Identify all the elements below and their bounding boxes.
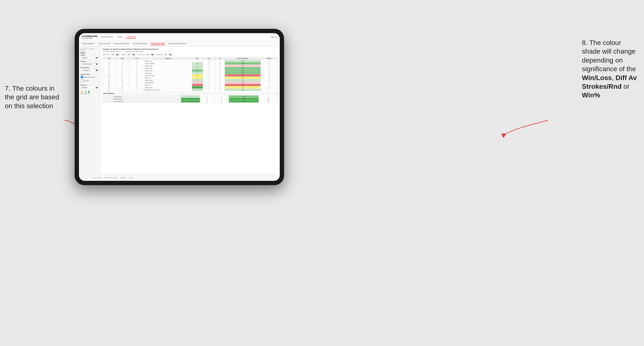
cell-rounds: 2 bbox=[260, 74, 278, 77]
subnav-player-summary[interactable]: PLAYER SUMMARY bbox=[133, 42, 147, 45]
cell-diff: 4.00 bbox=[225, 62, 261, 65]
legend-label-up: Up bbox=[88, 93, 90, 95]
table-row: 6 3 3 Sydney Kuo 1 0 0 -1.00 bbox=[103, 65, 278, 67]
main-content: Last Updated: 27/03/2024 16:55:38 Player… bbox=[79, 47, 280, 174]
cell-win: 5 bbox=[181, 100, 200, 103]
cell-win: 1 bbox=[192, 62, 203, 65]
filter-region-select[interactable]: (All) bbox=[126, 53, 136, 56]
cell-diff: -0.94 bbox=[225, 82, 261, 84]
table-header-row: # Div # Reg # Conf Opponent Win Loss Tie… bbox=[103, 57, 278, 60]
subnav-team-h2h-heatmap[interactable]: TEAM H2H HEATMAP bbox=[114, 42, 130, 45]
grid-subtitle: Overall Record: 353 - 34 - 6 Division Re… bbox=[102, 51, 278, 52]
radio-top100[interactable]: Top 100 bbox=[80, 79, 99, 82]
cell-win: 4 bbox=[192, 86, 203, 89]
cell-div: 20 bbox=[103, 86, 116, 89]
cell-conf: 4 bbox=[129, 77, 144, 79]
radio-opponents-played[interactable]: Opponents Played bbox=[80, 75, 99, 79]
subnav-team-summary[interactable]: TEAM SUMMARY bbox=[82, 42, 94, 45]
annotation-left-line3: on this selection bbox=[5, 102, 53, 110]
cell-div: 5 bbox=[103, 62, 116, 65]
table-row: 9 1 4 Sharon Mun 1 0 0 3.67 3 bbox=[103, 67, 278, 69]
cell-win: 1 bbox=[192, 74, 203, 77]
table-row: 15 8 5 Stella Cheng 1 0 0 1.25 4 bbox=[103, 79, 278, 82]
cell-conf: 2 bbox=[129, 72, 144, 74]
cell-diff: 1.33 bbox=[225, 89, 261, 91]
filter-conference-select[interactable]: (All) bbox=[145, 53, 154, 56]
colour-by-select[interactable]: Win/loss bbox=[80, 86, 99, 89]
subnav-team-h2h-grid[interactable]: TEAM H2H GRID bbox=[98, 42, 110, 45]
table-row: NAIA Division 1 15 0 0 9.267 30 bbox=[103, 98, 278, 100]
annotation-left-line1: 7. The colours in bbox=[5, 85, 55, 92]
cell-label: Foreign Team bbox=[113, 95, 181, 98]
cell-win: 2 bbox=[192, 89, 203, 91]
cell-reg: 11 bbox=[115, 86, 129, 89]
gender-select[interactable]: Women's bbox=[80, 56, 99, 59]
content-area: Katelyn Vo Head-to-Head Grid for Women's… bbox=[101, 47, 280, 174]
tablet-frame: SCOREBOARD Powered by clippd TOURNAMENTS… bbox=[75, 29, 284, 185]
cell-reg: 3 bbox=[115, 65, 129, 67]
nav-sign-out[interactable]: Sign out bbox=[270, 36, 277, 38]
cell-tie: 0 bbox=[215, 65, 224, 67]
division-label: Division bbox=[80, 61, 99, 62]
cell-loss: 1 bbox=[203, 86, 215, 89]
toolbar-redo[interactable]: ↪ bbox=[86, 176, 88, 179]
table-row: 5 2 2 Alexis Sudjianto 1 0 0 4.00 3 bbox=[103, 62, 278, 65]
cell-diff: 0.30 bbox=[225, 86, 261, 89]
toolbar-save-custom[interactable]: Save Custom View bbox=[104, 176, 118, 179]
cell-div: 13 bbox=[103, 74, 116, 77]
toolbar-share[interactable]: Share bbox=[128, 176, 134, 179]
overall-record: Overall Record: 353 - 34 - 6 bbox=[102, 51, 120, 52]
data-table: # Div # Reg # Conf Opponent Win Loss Tie… bbox=[102, 57, 278, 91]
nav-teams[interactable]: TEAMS bbox=[117, 36, 122, 38]
cell-win: 1 bbox=[192, 82, 203, 84]
table-row: 10 6 3 Andrea York 2 0 0 4.00 4 bbox=[103, 69, 278, 72]
cell-tie: 0 bbox=[214, 100, 229, 103]
toolbar-watch[interactable]: Watch ▾ bbox=[120, 176, 127, 179]
cell-conf: 2 bbox=[129, 62, 144, 65]
subnav-player-h2h-heatmap[interactable]: PLAYER H2H HEATMAP bbox=[168, 42, 186, 45]
toolbar: ↩ ↪ View: Original Save Custom View Watc… bbox=[79, 174, 280, 181]
annotation-right: 8. The colour shade will change dependin… bbox=[582, 38, 637, 100]
table-row: 11 11 2 Heejo Hyun 1 0 0 3.33 3 bbox=[103, 72, 278, 74]
nav-tournaments[interactable]: TOURNAMENTS bbox=[100, 36, 114, 38]
division-select[interactable]: NCAA Division III bbox=[80, 62, 99, 65]
cell-tie: 0 bbox=[215, 62, 224, 65]
nav-bar: SCOREBOARD Powered by clippd TOURNAMENTS… bbox=[79, 33, 280, 41]
th-rounds: Rounds bbox=[260, 57, 278, 60]
cell-win: 1 bbox=[192, 60, 203, 62]
sub-nav: TEAM SUMMARY TEAM H2H GRID TEAM H2H HEAT… bbox=[79, 41, 280, 47]
out-of-division-table: Foreign Team 1 0 0 4.500 2 NAIA Division… bbox=[102, 95, 278, 103]
cell-opponent: Jessica Huang bbox=[144, 74, 192, 77]
cell-rounds: 4 bbox=[260, 69, 278, 72]
player-section-title: Player bbox=[80, 52, 99, 54]
filter-opponents-label: Opponents: bbox=[102, 54, 109, 55]
cell-tie: 0 bbox=[215, 69, 224, 72]
cell-empty bbox=[103, 95, 113, 98]
toolbar-view-original[interactable]: View: Original bbox=[92, 176, 102, 179]
filter-opponent-select[interactable]: (All) bbox=[163, 53, 172, 56]
player-rank-select[interactable]: 8. Katelyn Vo bbox=[80, 69, 99, 72]
subnav-player-h2h-grid[interactable]: PLAYER H2H GRID bbox=[151, 42, 165, 45]
cell-rounds: 30 bbox=[259, 98, 278, 100]
cell-loss: 1 bbox=[203, 84, 215, 86]
cell-reg: 7 bbox=[115, 82, 129, 84]
last-updated: Last Updated: 27/03/2024 16:55:38 bbox=[80, 48, 99, 51]
annotation-right-bold3: Strokes/Rnd bbox=[582, 83, 622, 90]
filter-region-label: Region bbox=[121, 54, 126, 55]
cell-reg: 7 bbox=[115, 77, 129, 79]
toolbar-undo[interactable]: ↩ bbox=[81, 176, 84, 179]
nav-committee[interactable]: COMMITTEE bbox=[126, 35, 136, 38]
cell-div: 16 bbox=[103, 82, 116, 84]
cell-diff: 9.267 bbox=[229, 98, 259, 100]
colour-by-label: Colour by bbox=[80, 84, 99, 86]
toolbar-divider-1 bbox=[90, 176, 90, 179]
cell-opponent: Heejo Hyun bbox=[144, 72, 192, 74]
cell-opponent: Emily Chang bbox=[144, 86, 192, 89]
cell-loss: 0 bbox=[200, 95, 214, 98]
annotation-right-line4: significance of the bbox=[582, 65, 636, 73]
cell-conf: 7 bbox=[129, 89, 144, 91]
cell-diff: -5.00 bbox=[225, 84, 261, 86]
cell-loss: 1 bbox=[203, 74, 215, 77]
filter-opponents-select[interactable]: (All) bbox=[110, 53, 120, 56]
cell-empty bbox=[103, 100, 113, 103]
